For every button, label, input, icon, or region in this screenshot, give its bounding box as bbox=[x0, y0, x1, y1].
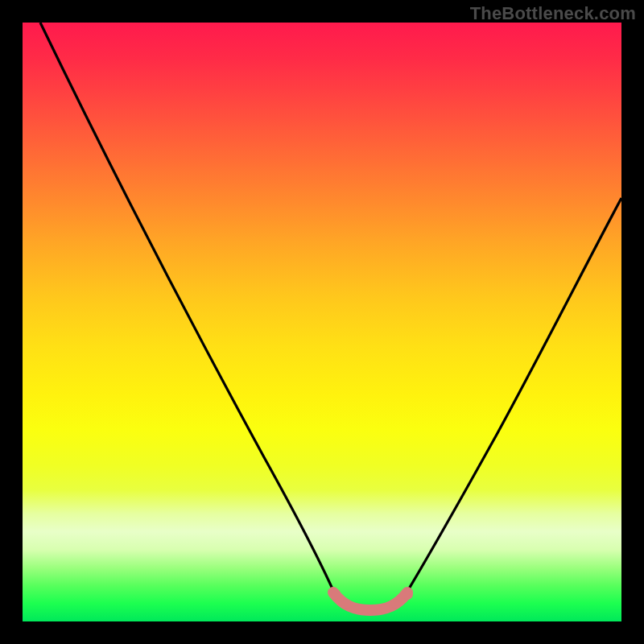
bottleneck-curve bbox=[23, 23, 621, 621]
svg-point-5 bbox=[391, 599, 401, 609]
svg-point-4 bbox=[380, 604, 390, 613]
chart-frame: TheBottleneck.com bbox=[0, 0, 644, 644]
svg-point-6 bbox=[402, 588, 413, 600]
svg-point-3 bbox=[367, 605, 377, 615]
watermark-text: TheBottleneck.com bbox=[470, 3, 636, 24]
svg-point-2 bbox=[354, 604, 364, 613]
curve-right-branch bbox=[406, 198, 621, 594]
curve-left-branch bbox=[40, 23, 335, 594]
svg-point-0 bbox=[329, 588, 341, 600]
svg-point-1 bbox=[341, 599, 351, 609]
